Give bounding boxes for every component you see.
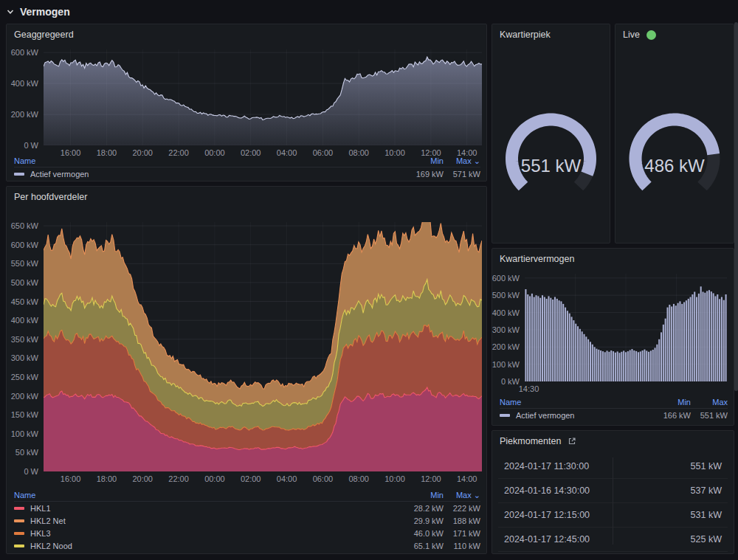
y-tick-label: 600 kW [492,274,520,283]
y-axis: 650 kW600 kW550 kW500 kW450 kW400 kW350 … [7,222,38,471]
legend: NameMinMax ⌄Actief vermogen169 kW571 kW [14,155,480,180]
x-tick-label: 06:00 [313,474,334,483]
legend-min-value: 169 kW [392,170,444,179]
y-tick-label: 100 kW [11,429,38,438]
legend-min-value: 65.1 kW [392,542,444,550]
legend: NameMinMax ⌄HKL128.2 kW222 kWHKL2 Net29.… [14,489,480,552]
legend-series-marker [14,545,24,547]
x-tick-label: 00:00 [204,474,225,483]
legend-max-value: 171 kW [444,529,480,538]
peak-value-cell: 551 kW [613,461,723,471]
peak-value-cell: 525 kW [613,534,723,545]
y-tick-label: 0 W [24,467,38,476]
x-tick-label: 02:00 [241,474,261,483]
peak-value-cell: 531 kW [613,510,723,520]
legend-min-value: 166 kW [639,411,691,420]
y-tick-label: 200 kW [11,110,38,119]
x-tick-label: 14:30 [519,384,539,393]
legend-series-marker [14,519,24,522]
gauge-value: 551 kW [492,156,610,176]
legend-series-name[interactable]: HKL2 Net [14,516,392,525]
legend-min-value: 29.9 kW [392,516,444,525]
row-header-vermogen[interactable]: Vermogen [6,4,70,20]
panel-title-geaggregeerd[interactable]: Geaggregeerd [14,30,74,40]
legend-header-max[interactable]: Max ⌄ [444,491,480,500]
x-tick-label: 20:00 [132,474,153,483]
legend-header-name[interactable]: Name [14,156,392,165]
legend-header-max[interactable]: Max [691,398,728,407]
legend-series-name[interactable]: HKL1 [14,504,392,513]
external-link-icon[interactable] [568,437,576,446]
peak-time-cell: 2024-01-16 14:30:00 [504,485,613,496]
panel-title-text: Live [623,30,640,40]
x-axis: 14:30 [525,384,727,395]
legend-header-min[interactable]: Min [392,491,444,499]
panel-per-hoofdverdeler: Per hoofdverdeler 650 kW600 kW550 kW500 … [6,186,487,554]
panel-title-kwartiervermogen[interactable]: Kwartiervermogen [500,254,574,264]
gauge[interactable] [492,24,610,244]
peak-time-cell: 2024-01-17 11:30:00 [504,461,613,471]
legend-row: Actief vermogen166 kW551 kW [500,409,728,421]
panel-title-kwartierpiek[interactable]: Kwartierpiek [500,30,551,40]
legend-series-name[interactable]: Actief vermogen [500,411,639,420]
y-tick-label: 350 kW [11,335,38,344]
panel-live: Live 486 kW [615,24,734,243]
y-tick-label: 400 kW [11,79,38,88]
y-tick-label: 400 kW [492,308,520,317]
panel-kwartierpiek: Kwartierpiek 551 kW [492,24,610,243]
y-tick-label: 200 kW [11,392,38,401]
legend-header-min[interactable]: Min [392,156,444,165]
panel-title-text: Per hoofdverdeler [14,192,87,202]
y-tick-label: 550 kW [11,259,38,268]
legend-series-label: HKL1 [30,504,51,513]
legend-max-value: 571 kW [444,170,480,179]
legend-max-value: 110 kW [444,542,480,550]
area-chart-plot[interactable] [44,49,482,145]
legend-header-max[interactable]: Max ⌄ [444,156,480,166]
y-tick-label: 300 kW [11,353,38,362]
legend-row: HKL2 Nood65.1 kW110 kW [14,539,480,552]
x-axis: 16:0018:0020:0022:0000:0002:0004:0006:00… [44,474,482,485]
panel-title-text: Piekmomenten [500,436,561,446]
chevron-down-icon [6,7,15,16]
legend-series-name[interactable]: HKL3 [14,529,392,538]
x-tick-label: 16:00 [61,474,81,483]
stacked-area-plot[interactable] [44,222,482,471]
y-tick-label: 150 kW [11,410,38,419]
x-tick-label: 12:00 [421,474,441,483]
gauge[interactable] [615,24,734,244]
y-tick-label: 600 kW [11,48,38,57]
x-tick-label: 22:00 [168,474,189,483]
legend-series-marker [14,507,24,510]
legend-series-label: HKL2 Nood [30,542,72,550]
panel-title-per-hoofdverdeler[interactable]: Per hoofdverdeler [14,192,87,202]
x-tick-label: 14:00 [457,474,477,483]
panel-geaggregeerd: Geaggregeerd 600 kW400 kW200 kW0 W16:001… [6,24,487,182]
panel-title-text: Kwartiervermogen [500,254,574,264]
y-tick-label: 400 kW [11,316,38,325]
bar-chart-plot[interactable] [525,274,727,381]
y-tick-label: 300 kW [492,325,520,334]
peak-time-cell: 2024-01-17 12:15:00 [504,510,613,520]
legend-series-name[interactable]: HKL2 Nood [14,542,392,550]
legend-series-marker [500,414,510,417]
scrollbar-thumb[interactable] [734,22,738,391]
peak-value-cell: 537 kW [613,485,723,496]
table-column-divider [613,457,613,545]
legend-header-name[interactable]: Name [14,491,392,499]
y-tick-label: 0 kW [501,377,520,386]
peak-time-cell: 2024-01-17 12:45:00 [504,534,613,545]
legend-header: NameMinMax [500,396,728,409]
x-tick-label: 08:00 [348,474,369,483]
legend-header-name[interactable]: Name [500,398,639,407]
live-indicator-dot [646,30,656,40]
panel-title-live[interactable]: Live [623,30,656,40]
legend-series-name[interactable]: Actief vermogen [14,170,392,179]
legend-series-label: Actief vermogen [30,170,89,179]
legend-series-marker [14,173,24,176]
legend-header-min[interactable]: Min [639,398,691,407]
y-tick-label: 500 kW [11,278,38,287]
x-tick-label: 18:00 [97,474,117,483]
y-tick-label: 250 kW [11,373,38,381]
panel-title-piekmomenten[interactable]: Piekmomenten [500,436,576,446]
